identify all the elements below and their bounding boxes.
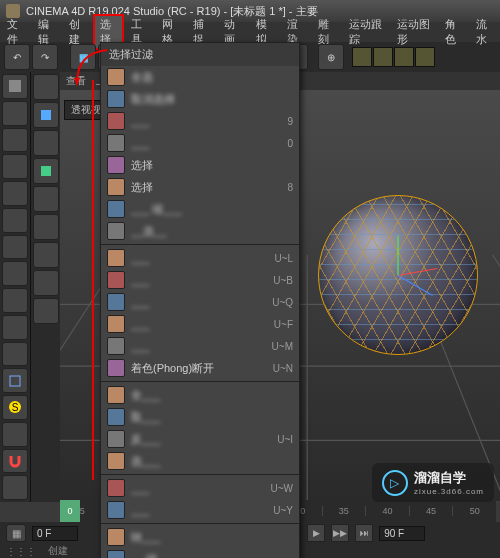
frame-end-field[interactable]: 90 F — [379, 526, 425, 541]
svg-text:S: S — [12, 402, 19, 413]
model-mode[interactable] — [2, 74, 28, 99]
menu-item-shortcut: U~M — [272, 341, 293, 352]
timeline-playhead[interactable]: 0 — [60, 500, 80, 522]
menu-item-label: 全选 — [131, 70, 287, 85]
menu-item[interactable]: ___U~M — [101, 335, 299, 357]
menu-mograph[interactable]: 运动图形 — [390, 14, 438, 50]
gizmo-x[interactable] — [398, 268, 438, 276]
locked-workplane[interactable] — [2, 422, 28, 447]
point-mode[interactable] — [2, 154, 28, 179]
menu-item-icon — [107, 178, 125, 196]
menu-item[interactable]: __ 缩___ — [101, 548, 299, 558]
view-menu-view[interactable]: 查看 — [66, 74, 86, 88]
environment[interactable] — [33, 242, 59, 268]
menu-character[interactable]: 角色 — [438, 14, 469, 50]
planar-workplane[interactable] — [2, 475, 28, 500]
cube-primitive[interactable] — [33, 102, 59, 128]
menu-pipeline[interactable]: 流水 — [469, 14, 500, 50]
next-key-button[interactable]: ▶▶ — [331, 524, 349, 542]
uvpoint-mode[interactable] — [2, 288, 28, 313]
coord-system[interactable]: ⊕ — [318, 44, 344, 70]
select-menu-dropdown: 选择过滤 全选取消选择___9___0选择选择8___ 缩_____选_____… — [100, 42, 300, 558]
goto-end-button[interactable]: ⏭ — [355, 524, 373, 542]
menu-item[interactable]: __选__ — [101, 220, 299, 242]
menu-item[interactable]: ___U~F — [101, 313, 299, 335]
menu-item-icon — [107, 337, 125, 355]
menu-item[interactable]: 着色(Phong)断开U~N — [101, 357, 299, 379]
menu-item-shortcut: U~F — [274, 319, 293, 330]
menu-item[interactable]: 转___ — [101, 526, 299, 548]
menu-item[interactable]: 取___ — [101, 406, 299, 428]
magnet-tool[interactable] — [2, 449, 28, 474]
menu-item-icon — [107, 550, 125, 558]
timeline-tick: 40 — [365, 506, 409, 516]
menu-item-shortcut: U~I — [277, 434, 293, 445]
gizmo-y[interactable] — [398, 236, 399, 276]
menu-item[interactable]: ___U~W — [101, 477, 299, 499]
render-settings-button[interactable] — [394, 47, 414, 67]
watermark-brand: 溜溜自学 — [414, 469, 484, 487]
menu-item[interactable]: ___9 — [101, 110, 299, 132]
menu-item-shortcut: U~B — [273, 275, 293, 286]
menu-item[interactable]: 选___ — [101, 450, 299, 472]
edge-mode[interactable] — [2, 181, 28, 206]
spline-pen[interactable] — [33, 130, 59, 156]
light-obj[interactable] — [33, 298, 59, 324]
object-mode[interactable] — [2, 101, 28, 126]
sphere-object[interactable] — [318, 195, 478, 355]
axis-mode[interactable] — [2, 235, 28, 260]
uvpoly-mode[interactable] — [2, 261, 28, 286]
menu-item[interactable]: ___ 缩___ — [101, 198, 299, 220]
menu-item[interactable]: ___U~B — [101, 269, 299, 291]
deformer[interactable] — [33, 214, 59, 240]
menu-item-icon — [107, 408, 125, 426]
picture-viewer-button[interactable] — [415, 47, 435, 67]
gizmo-z[interactable] — [398, 275, 433, 296]
render-view-button[interactable] — [352, 47, 372, 67]
subdivsurf[interactable] — [33, 158, 59, 184]
texture-mode[interactable] — [2, 128, 28, 153]
menu-item-label: ___ — [131, 482, 265, 494]
svg-rect-5 — [41, 166, 51, 176]
array-gen[interactable] — [33, 186, 59, 212]
menu-item-shortcut: U~Q — [272, 297, 293, 308]
menu-item-label: ___ — [131, 137, 281, 149]
menu-item[interactable]: 全___ — [101, 384, 299, 406]
menu-item-label: ___ 缩___ — [131, 202, 287, 217]
mode-column: S — [0, 72, 30, 502]
live-select-tool[interactable]: ▦ — [70, 44, 96, 70]
next-frame-button[interactable]: ▶ — [307, 524, 325, 542]
dropdown-header[interactable]: 选择过滤 — [101, 43, 299, 66]
camera-obj[interactable] — [33, 270, 59, 296]
render-region-button[interactable] — [373, 47, 393, 67]
menu-item[interactable]: 选择8 — [101, 176, 299, 198]
frame-start-field[interactable]: 0 F — [32, 526, 78, 541]
menu-item-icon — [107, 200, 125, 218]
tweak-mode[interactable] — [2, 315, 28, 340]
menu-separator — [101, 244, 299, 245]
redo-button[interactable]: ↷ — [32, 44, 58, 70]
menu-item[interactable]: ___U~L — [101, 247, 299, 269]
status-create-label[interactable]: 创建 — [48, 544, 68, 558]
menu-motiontrack[interactable]: 运动跟踪 — [342, 14, 390, 50]
make-editable[interactable] — [33, 74, 59, 100]
menu-item[interactable]: 取消选择 — [101, 88, 299, 110]
menu-item-icon — [107, 156, 125, 174]
undo-button[interactable]: ↶ — [4, 44, 30, 70]
menu-item-shortcut: U~W — [271, 483, 294, 494]
menu-item-icon — [107, 479, 125, 497]
menu-item[interactable]: ___U~Q — [101, 291, 299, 313]
menu-item[interactable]: ___0 — [101, 132, 299, 154]
menu-item[interactable]: 全选 — [101, 66, 299, 88]
menu-item[interactable]: ___U~Y — [101, 499, 299, 521]
viewport-solo[interactable] — [2, 342, 28, 367]
menu-item-label: 取___ — [131, 410, 287, 425]
menu-item-icon — [107, 112, 125, 130]
menu-item-icon — [107, 359, 125, 377]
workplane[interactable]: S — [2, 395, 28, 420]
menu-item-label: __ 缩___ — [131, 552, 287, 559]
poly-mode[interactable] — [2, 208, 28, 233]
snap-toggle[interactable] — [2, 368, 28, 393]
menu-item[interactable]: 反___U~I — [101, 428, 299, 450]
menu-item[interactable]: 选择 — [101, 154, 299, 176]
